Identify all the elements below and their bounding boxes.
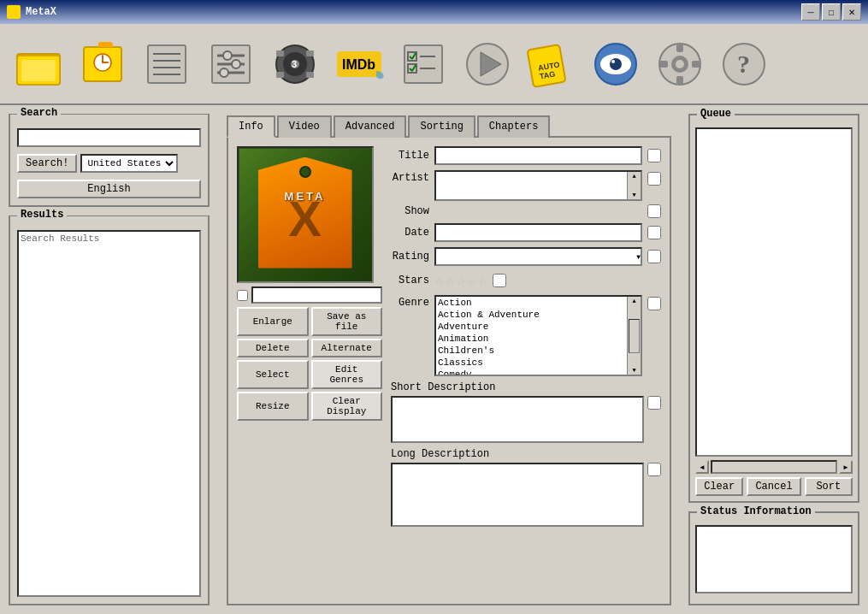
- date-row: Date: [391, 223, 661, 242]
- rating-checkbox[interactable]: [647, 250, 661, 263]
- show-label: Show: [391, 205, 429, 217]
- star-5[interactable]: ☆: [478, 271, 487, 290]
- search-group-title: Search: [17, 107, 61, 119]
- play-button[interactable]: [458, 30, 517, 98]
- app-icon: [7, 5, 21, 19]
- genre-list[interactable]: Action Action & Adventure Adventure Anim…: [436, 297, 627, 375]
- date-input[interactable]: [434, 223, 642, 242]
- queue-group: Queue ◄ ► Clear Cancel Sort: [688, 114, 859, 503]
- genre-animation[interactable]: Animation: [436, 333, 627, 345]
- genre-adventure[interactable]: Adventure: [436, 321, 627, 333]
- language-button[interactable]: English: [17, 180, 201, 198]
- tab-sorting[interactable]: Sorting: [408, 115, 475, 138]
- region-select[interactable]: United States: [80, 154, 178, 173]
- select-button[interactable]: Select: [237, 360, 309, 389]
- artist-input-area[interactable]: [436, 172, 627, 199]
- checklist-button[interactable]: [393, 30, 453, 98]
- queue-actions: Clear Cancel Sort: [695, 477, 853, 496]
- media-info-button[interactable]: 3: [265, 30, 325, 98]
- genre-action-adventure[interactable]: Action & Adventure: [436, 309, 627, 321]
- clear-button[interactable]: Clear: [695, 477, 743, 496]
- svg-point-45: [611, 60, 615, 63]
- rating-select[interactable]: G PG PG-13 R NC-17: [434, 247, 642, 266]
- settings-button[interactable]: [201, 30, 261, 98]
- queue-content[interactable]: [695, 127, 853, 457]
- artwork-text-input[interactable]: [251, 286, 382, 304]
- star-2[interactable]: ☆: [446, 271, 455, 290]
- help-button[interactable]: ?: [714, 30, 774, 98]
- genre-checkbox[interactable]: [647, 297, 661, 310]
- open-folder-button[interactable]: [9, 30, 68, 98]
- results-list[interactable]: Search Results: [17, 230, 201, 597]
- show-checkbox[interactable]: [647, 204, 661, 218]
- svg-rect-50: [676, 76, 683, 85]
- star-1[interactable]: ☆: [434, 271, 444, 290]
- svg-point-44: [610, 58, 622, 70]
- search-button[interactable]: Search!: [17, 154, 77, 173]
- enlarge-button[interactable]: Enlarge: [237, 307, 309, 336]
- resize-button[interactable]: Resize: [237, 392, 309, 421]
- minimize-button[interactable]: ─: [801, 3, 820, 21]
- genre-classics[interactable]: Classics: [436, 357, 627, 369]
- tab-advanced[interactable]: Advanced: [334, 115, 407, 138]
- window-controls: ─ □ ✕: [801, 3, 861, 21]
- svg-rect-23: [276, 72, 284, 78]
- save-as-file-button[interactable]: Save as file: [311, 307, 383, 336]
- short-desc-input[interactable]: [391, 396, 644, 443]
- sort-button[interactable]: Sort: [805, 477, 853, 496]
- long-desc-row: [391, 463, 661, 527]
- svg-rect-22: [306, 50, 314, 56]
- delete-button[interactable]: Delete: [237, 339, 309, 357]
- fields-section: Title Artist ▲ ▼: [391, 146, 661, 527]
- genre-scroll-thumb[interactable]: [629, 319, 640, 353]
- file-list-button[interactable]: [137, 30, 197, 98]
- recent-files-button[interactable]: [73, 30, 133, 98]
- center-panel: Info Video Advanced Sorting Chapters: [218, 105, 680, 614]
- artist-container: ▲ ▼: [434, 170, 642, 201]
- tab-video[interactable]: Video: [277, 115, 332, 138]
- title-input[interactable]: [434, 146, 642, 165]
- star-4[interactable]: ☆: [468, 271, 477, 290]
- tab-chapters[interactable]: Chapters: [477, 115, 551, 138]
- autotag-button[interactable]: AUTO TAG: [522, 30, 582, 98]
- preview-button[interactable]: [586, 30, 646, 98]
- stars-checkbox[interactable]: [493, 274, 506, 287]
- edit-genres-button[interactable]: Edit Genres: [311, 360, 383, 389]
- queue-scroll-left[interactable]: ◄: [695, 460, 709, 474]
- short-desc-checkbox[interactable]: [647, 396, 661, 410]
- alternate-button[interactable]: Alternate: [311, 339, 383, 357]
- app-title: MetaX: [26, 6, 56, 18]
- artist-scroll-down[interactable]: ▼: [629, 192, 640, 198]
- long-desc-checkbox[interactable]: [647, 463, 661, 476]
- tools-button[interactable]: [650, 30, 710, 98]
- search-input[interactable]: [17, 128, 201, 147]
- queue-scrollbar-row: ◄ ►: [695, 460, 853, 474]
- queue-scroll-track[interactable]: [711, 460, 837, 474]
- genre-scroll-up[interactable]: ▲: [629, 298, 640, 304]
- genre-label: Genre: [391, 297, 429, 309]
- genre-childrens[interactable]: Children's: [436, 345, 627, 357]
- title-checkbox[interactable]: [647, 149, 661, 162]
- cancel-button[interactable]: Cancel: [747, 477, 800, 496]
- artist-label: Artist: [391, 172, 429, 184]
- close-button[interactable]: ✕: [842, 3, 861, 21]
- svg-rect-24: [306, 72, 314, 78]
- clear-display-button[interactable]: Clear Display: [311, 392, 383, 421]
- imdb-button[interactable]: IMDb: [329, 30, 389, 98]
- genre-comedy[interactable]: Comedy: [436, 369, 627, 375]
- maximize-button[interactable]: □: [822, 3, 841, 21]
- stars-container[interactable]: ☆ ☆ ☆ ☆ ☆: [434, 271, 487, 290]
- rating-label: Rating: [391, 251, 429, 263]
- artist-checkbox[interactable]: [647, 172, 661, 186]
- date-checkbox[interactable]: [647, 226, 661, 239]
- star-3[interactable]: ☆: [457, 271, 466, 290]
- long-desc-input[interactable]: [391, 463, 644, 527]
- artist-scroll-up[interactable]: ▲: [629, 173, 640, 180]
- queue-scroll-right[interactable]: ►: [839, 460, 853, 474]
- genre-action[interactable]: Action: [436, 297, 627, 309]
- artwork-checkbox[interactable]: [237, 290, 248, 301]
- short-desc-label: Short Description: [391, 381, 661, 393]
- status-title: Status Information: [697, 505, 815, 517]
- genre-scroll-down[interactable]: ▼: [629, 367, 640, 374]
- tab-info[interactable]: Info: [227, 115, 275, 138]
